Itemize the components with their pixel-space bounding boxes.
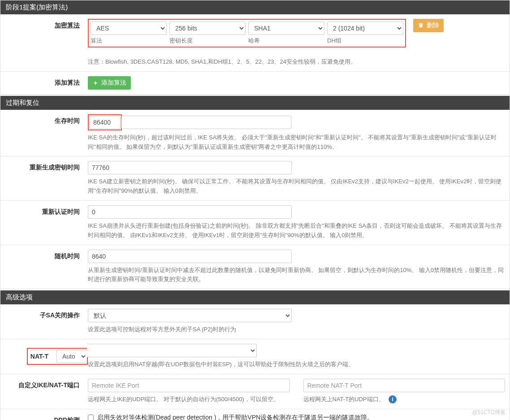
natt-row: NAT-T Auto 设置此选项则启用NAT穿越(即在UDP数据包中封装ESP)… [0,339,510,374]
expire-header: 过期和复位 [0,95,510,110]
plus-icon: + [92,80,99,86]
delete-button[interactable]: 删除 [413,19,444,32]
add-algorithm-label: 添加算法 [0,76,88,90]
childsa-row: 子SA关闭操作 默认 设置此选项可控制远程对等方意外关闭子SA (P2)时的行为 [0,304,510,339]
reauth-label: 重新认证时间 [0,205,88,240]
algorithm-select[interactable]: AES [91,22,167,35]
hash-sublabel: 哈希 [248,37,324,45]
rekey-help: IKE SA建立新密钥之前的时间(秒)。 确保可以正常工作。 不能将其设置与生存… [88,177,505,196]
expire-panel: 生存时间 IKE SA的生存时间(秒)，超过该时间过后，IKE SA将失效。 必… [0,110,510,289]
add-algorithm-row: 添加算法 + 添加算法 [0,72,510,94]
info-icon[interactable]: i [389,395,397,403]
natt-label: NAT-T [30,353,56,360]
natt-select-right[interactable] [87,344,257,357]
reauth-input[interactable] [88,205,292,219]
childsa-label: 子SA关闭操作 [0,309,88,334]
encryption-label: 加密算法 [0,19,88,67]
remote-natt-port-help: 远程网关上NAT-T的UDP端口。 i [303,395,506,404]
rekey-row: 重新生成密钥时间 IKE SA建立新密钥之前的时间(秒)。 确保可以正常工作。 … [0,156,510,201]
trash-icon [418,22,424,30]
rand-row: 随机时间 从重新生成密钥时间/重新认证时间中减去不超过此数量的随机值，以避免同时… [0,245,510,289]
rekey-input[interactable] [88,161,292,174]
advanced-panel: 子SA关闭操作 默认 设置此选项可控制远程对等方意外关闭子SA (P2)时的行为… [0,304,510,420]
encryption-row: 加密算法 AES 算法 256 bits 密钥长度 [0,14,510,72]
childsa-select[interactable]: 默认 [88,309,292,322]
reauth-help: IKE SA崩溃并从头进行重新创建(包括身份验证)之前的时间(秒)。 除非双方都… [88,221,505,240]
phase1-header: 阶段1提案(加密算法) [0,0,510,14]
delete-button-label: 删除 [427,22,439,30]
watermark: @51CTO博客 [472,409,506,416]
lifetime-help: IKE SA的生存时间(秒)，超过该时间过后，IKE SA将失效。 必须大于"重… [88,133,505,152]
custom-ports-label: 自定义IKE/NAT-T端口 [0,379,88,404]
lifetime-row: 生存时间 IKE SA的生存时间(秒)，超过该时间过后，IKE SA将失效。 必… [0,110,510,157]
rekey-label: 重新生成密钥时间 [0,161,88,196]
advanced-header: 高级选项 [0,290,510,304]
algorithm-sublabel: 算法 [91,37,167,45]
keylength-sublabel: 密钥长度 [169,37,246,45]
remote-ike-port-help: 远程网关上IKE的UDP端口。 对于默认的自动行为(500/4500)，可以留空… [88,395,290,404]
dhgroup-sublabel: DH组 [327,37,403,45]
dpd-checkbox[interactable] [88,415,94,420]
dpd-checkbox-label: 启用失效对等体检测(Dead peer detection )，用于帮助VPN设… [97,414,373,420]
dpd-label: DPD检测 [0,414,88,420]
remote-natt-port-input[interactable] [303,379,506,392]
lifetime-input[interactable] [89,116,121,129]
childsa-help: 设置此选项可控制远程对等方意外关闭子SA (P2)时的行为 [88,325,505,334]
encryption-note: 注意：Blowfish, 3DES,CAST128, MD5, SHA1,和DH… [88,57,505,67]
rand-label: 随机时间 [0,250,88,285]
rand-input[interactable] [88,250,292,263]
lifetime-input-rest[interactable] [121,116,291,129]
reauth-row: 重新认证时间 IKE SA崩溃并从头进行重新创建(包括身份验证)之前的时间(秒)… [0,201,510,245]
phase1-panel: 加密算法 AES 算法 256 bits 密钥长度 [0,14,510,95]
add-algorithm-button-label: 添加算法 [101,79,126,87]
add-algorithm-button[interactable]: + 添加算法 [88,76,131,90]
lifetime-label: 生存时间 [0,114,88,152]
dpd-row: DPD检测 启用失效对等体检测(Dead peer detection )，用于… [0,409,510,420]
keylength-select[interactable]: 256 bits [169,22,246,35]
natt-select-left[interactable]: Auto [56,350,87,363]
remote-ike-port-input[interactable] [88,379,290,392]
custom-ports-row: 自定义IKE/NAT-T端口 远程网关上IKE的UDP端口。 对于默认的自动行为… [0,374,510,409]
hash-select[interactable]: SHA1 [248,22,324,35]
rand-help: 从重新生成密钥时间/重新认证时间中减去不超过此数量的随机值，以避免同时重新协商。… [88,266,505,285]
dhgroup-select[interactable]: 2 (1024 bit) [327,22,403,35]
natt-help: 设置此选项则启用NAT穿越(即在UDP数据包中封装ESP)，这可以帮助处于限制性… [88,360,505,369]
